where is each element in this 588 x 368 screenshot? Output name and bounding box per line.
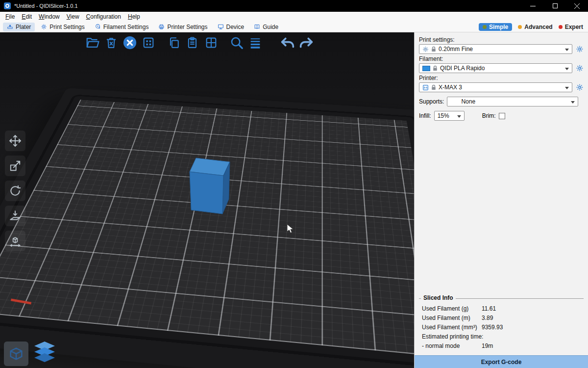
3d-viewport[interactable] <box>0 32 414 368</box>
guide-icon <box>254 24 260 30</box>
print-settings-icon <box>41 24 47 30</box>
printer-gear-button[interactable] <box>575 83 584 92</box>
delete-all-icon <box>122 35 137 50</box>
delete-icon <box>104 36 118 50</box>
sliced-info-row: - normal mode 19m <box>420 341 583 350</box>
tab-plater[interactable]: Plater <box>3 23 35 31</box>
variable-layer-height-button[interactable] <box>247 34 264 51</box>
brim-label: Brim: <box>482 112 496 119</box>
printer-icon <box>422 84 429 91</box>
sliced-info-title: Sliced Info <box>421 294 456 301</box>
sliced-preview-button[interactable] <box>31 341 58 366</box>
filament-value: QIDI PLA Rapido <box>440 65 485 72</box>
maximize-icon <box>553 3 558 8</box>
delete-all-button[interactable] <box>122 34 138 51</box>
tab-label: Print Settings <box>49 24 84 30</box>
copy-button[interactable] <box>166 34 182 51</box>
sliced-info-row: Estimated printing time: <box>420 332 583 341</box>
lock-icon <box>431 46 436 52</box>
close-button[interactable] <box>566 0 588 12</box>
mode-advanced[interactable]: Advanced <box>518 24 552 30</box>
maximize-button[interactable] <box>544 0 566 12</box>
3d-view-cube-icon <box>8 345 24 362</box>
sliced-info-row: Used Filament (m) 3.89 <box>420 313 583 322</box>
sidebar: Print settings: 0.20mm Fine <box>414 32 588 368</box>
gear-icon <box>576 83 584 91</box>
filament-settings-icon <box>95 24 101 30</box>
minimize-button[interactable] <box>522 0 544 12</box>
place-on-face-button[interactable] <box>5 206 25 226</box>
filament-combo[interactable]: QIDI PLA Rapido <box>419 63 572 73</box>
tab-label: Filament Settings <box>103 24 149 30</box>
move-button[interactable] <box>5 131 25 151</box>
rotate-button[interactable] <box>5 181 25 201</box>
tab-guide[interactable]: Guide <box>250 23 282 31</box>
paste-icon <box>186 36 199 50</box>
measure-button[interactable] <box>5 231 25 251</box>
menu-help[interactable]: Help <box>124 12 144 21</box>
tab-printer-settings[interactable]: Printer Settings <box>154 23 211 31</box>
undo-button[interactable] <box>279 34 296 51</box>
plater-icon <box>7 24 13 30</box>
menu-file[interactable]: File <box>2 12 18 21</box>
window-title: *Untitled - QIDISlicer-1.0.1 <box>14 3 78 9</box>
mode-simple[interactable]: Simple <box>479 23 512 31</box>
place-on-face-icon <box>9 210 22 222</box>
menu-edit[interactable]: Edit <box>18 12 35 21</box>
printer-settings-icon <box>158 24 165 30</box>
3d-editor-view-button[interactable] <box>4 342 28 366</box>
supports-combo[interactable]: None <box>447 97 578 106</box>
view-toggle-bar <box>4 341 58 366</box>
delete-button[interactable] <box>103 34 120 51</box>
copy-icon <box>167 36 181 50</box>
tabbar: Plater Print Settings Filament Settings … <box>0 22 588 32</box>
tab-label: Guide <box>263 24 278 30</box>
rotate-icon <box>9 184 22 197</box>
sliced-info-panel: Sliced Info Used Filament (g) 11.61 Used… <box>419 298 584 351</box>
redo-icon <box>298 34 315 51</box>
undo-icon <box>279 34 296 51</box>
tab-filament-settings[interactable]: Filament Settings <box>91 23 153 31</box>
lock-icon <box>433 65 438 71</box>
app-logo-icon <box>4 2 11 9</box>
scale-button[interactable] <box>5 156 25 176</box>
simple-mode-dot-icon <box>483 25 487 29</box>
advanced-mode-dot-icon <box>518 25 522 29</box>
tab-label: Printer Settings <box>167 24 207 30</box>
menu-window[interactable]: Window <box>35 12 63 21</box>
menu-view[interactable]: View <box>63 12 83 21</box>
supports-label: Supports: <box>419 98 444 105</box>
variable-layer-height-icon <box>248 36 262 50</box>
main-content: Print settings: 0.20mm Fine <box>0 32 588 368</box>
infill-combo[interactable]: 15% <box>434 111 465 121</box>
titlebar: *Untitled - QIDISlicer-1.0.1 <box>0 0 588 12</box>
redo-button[interactable] <box>298 34 315 51</box>
mode-label: Advanced <box>524 24 552 30</box>
sliced-info-row: Used Filament (g) 11.61 <box>420 304 583 313</box>
filament-gear-button[interactable] <box>575 64 584 73</box>
infill-value: 15% <box>438 112 449 119</box>
layers-preview-icon <box>31 341 58 366</box>
measure-icon <box>9 235 22 247</box>
menu-configuration[interactable]: Configuration <box>83 12 124 21</box>
tab-device[interactable]: Device <box>214 23 248 31</box>
menubar: File Edit Window View Configuration Help <box>0 12 588 22</box>
arrange-button[interactable] <box>140 34 157 51</box>
mode-label: Simple <box>489 24 508 30</box>
tab-print-settings[interactable]: Print Settings <box>37 23 88 31</box>
open-button[interactable] <box>84 34 101 51</box>
printer-label: Printer: <box>419 75 584 81</box>
print-settings-gear-button[interactable] <box>575 45 584 53</box>
paste-button[interactable] <box>184 34 201 51</box>
export-gcode-button[interactable]: Export G-code <box>415 355 588 368</box>
tab-label: Plater <box>16 24 31 30</box>
printer-combo[interactable]: X-MAX 3 <box>419 82 572 92</box>
print-settings-combo[interactable]: 0.20mm Fine <box>419 44 572 54</box>
minimize-icon <box>530 3 536 9</box>
expert-mode-dot-icon <box>559 25 563 29</box>
split-view-button[interactable] <box>203 34 220 51</box>
search-button[interactable] <box>228 34 245 51</box>
mode-expert[interactable]: Expert <box>559 24 583 30</box>
brim-checkbox[interactable] <box>499 113 505 119</box>
tab-label: Device <box>226 24 245 30</box>
